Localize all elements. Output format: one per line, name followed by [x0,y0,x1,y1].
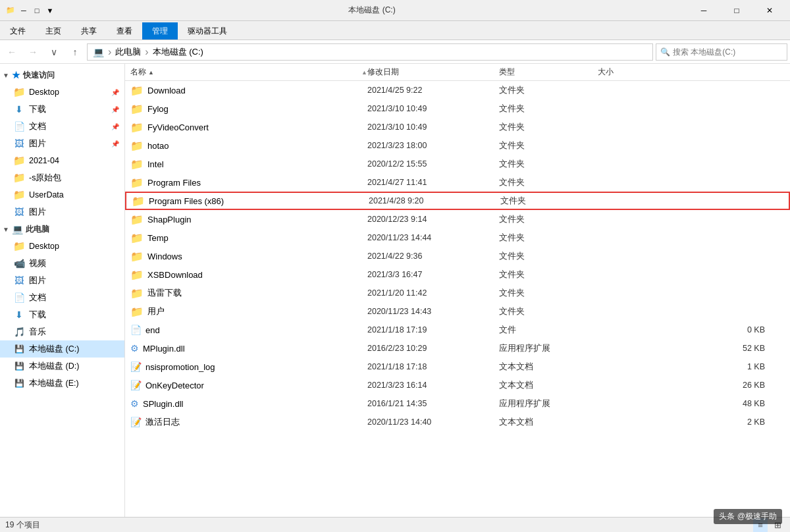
table-row[interactable]: 📁 Download 2021/4/25 9:22 文件夹 [125,81,790,99]
sidebar-item-userdata[interactable]: 📁 UserData [0,186,124,203]
sidebar-item-video[interactable]: 📹 视频 [0,255,124,272]
file-date-cell: 2020/12/23 9:14 [367,215,499,224]
tab-view[interactable]: 查看 [107,22,142,40]
table-row[interactable]: 📝 OnKeyDetector 2021/3/23 16:14 文本文档 26 … [125,376,790,394]
search-input[interactable] [673,47,783,57]
table-row[interactable]: 📝 激活日志 2020/11/23 14:40 文本文档 2 KB [125,413,790,431]
up-button[interactable]: ↑ [66,43,84,61]
file-name-cell: 📁 Program Files (x86) [132,195,369,207]
quick-icon3[interactable]: ▼ [45,5,55,16]
forward-button[interactable]: → [24,43,42,61]
table-row[interactable]: 📁 ShapPlugin 2020/12/23 9:14 文件夹 [125,210,790,228]
table-row[interactable]: 📄 end 2021/1/18 17:19 文件 0 KB [125,321,790,339]
tab-drive-tools[interactable]: 驱动器工具 [178,22,237,40]
txt-icon: 📝 [130,380,142,390]
doc-icon2: 📄 [13,292,25,303]
table-row[interactable]: 📁 Program Files 2021/4/27 11:41 文件夹 [125,173,790,192]
sidebar-item-downloads[interactable]: ⬇ 下载 📌 [0,101,124,118]
sidebar-item-pc-pictures[interactable]: 🖼 图片 [0,272,124,289]
tab-manage[interactable]: 管理 [142,22,178,40]
sidebar-item-pc-desktop[interactable]: 📁 Desktop [0,238,124,255]
watermark: 头条 @极速手助 [714,509,782,524]
table-row-highlighted[interactable]: 📁 Program Files (x86) 2021/4/28 9:20 文件夹 [125,192,790,210]
sidebar-item-desktop[interactable]: 📁 Desktop 📌 [0,84,124,101]
table-row[interactable]: 📁 迅雷下载 2021/1/20 11:42 文件夹 [125,284,790,302]
file-column-headers: 名称 ▲ ▲ 修改日期 类型 大小 [125,64,790,81]
sidebar-item-pc-downloads[interactable]: ⬇ 下载 [0,306,124,323]
folder-icon: 📁 [130,84,144,97]
file-size-cell: 26 KB [598,381,785,390]
file-size-cell: 1 KB [598,362,785,371]
file-type-cell: 文件 [499,325,598,336]
sidebar-item-drive-c[interactable]: 💾 本地磁盘 (C:) [0,340,124,358]
file-type-cell: 文件夹 [499,85,598,96]
file-date-cell: 2021/1/18 17:19 [367,325,499,334]
file-type-cell: 应用程序扩展 [499,343,598,354]
col-header-date[interactable]: 修改日期 [367,66,499,78]
file-type-cell: 文件夹 [499,214,598,225]
address-local-disk[interactable]: 本地磁盘 (C:) [153,46,203,58]
col-header-type[interactable]: 类型 [499,66,598,78]
file-date-cell: 2020/11/23 14:40 [367,417,499,427]
file-name-cell: 📁 Download [130,84,367,97]
ribbon-tabs: 文件 主页 共享 查看 管理 驱动器工具 [0,21,790,40]
address-separator2: › [145,46,148,58]
address-this-pc[interactable]: 此电脑 [115,46,141,58]
tab-share[interactable]: 共享 [71,22,107,40]
maximize-button[interactable]: □ [722,0,752,21]
this-pc-label: 此电脑 [26,224,49,235]
table-row[interactable]: 📁 Windows 2021/4/22 9:36 文件夹 [125,247,790,265]
table-row[interactable]: 📁 用户 2020/11/23 14:43 文件夹 [125,302,790,321]
file-date-cell: 2021/3/10 10:49 [367,104,499,113]
sidebar-item-raw[interactable]: 📁 -s原始包 [0,169,124,186]
search-box[interactable]: 🔍 [656,43,787,61]
address-box[interactable]: 💻 › 此电脑 › 本地磁盘 (C:) [87,43,653,61]
table-row[interactable]: 📁 XSBDownload 2021/3/3 16:47 文件夹 [125,265,790,284]
quick-icon1[interactable]: ─ [18,5,29,16]
folder-icon3: 📁 [13,172,25,184]
table-row[interactable]: 📁 FyVideoConvert 2021/3/10 10:49 文件夹 [125,118,790,136]
table-row[interactable]: 📁 hotao 2021/3/23 18:00 文件夹 [125,136,790,155]
table-row[interactable]: ⚙ MPlugin.dll 2016/2/23 10:29 应用程序扩展 52 … [125,339,790,358]
file-type-cell: 文件夹 [499,269,598,280]
file-name-cell: 📁 用户 [130,306,367,318]
sidebar-item-pc-documents[interactable]: 📄 文档 [0,289,124,306]
table-row[interactable]: 📁 Temp 2020/11/23 14:44 文件夹 [125,228,790,247]
sidebar-item-drive-d[interactable]: 💾 本地磁盘 (D:) [0,358,124,375]
file-type-cell: 文件夹 [499,159,598,170]
tab-home[interactable]: 主页 [36,22,71,40]
download-icon: ⬇ [13,104,25,115]
address-bar-area: ← → ∨ ↑ 💻 › 此电脑 › 本地磁盘 (C:) 🔍 [0,40,790,64]
sidebar-item-drive-e[interactable]: 💾 本地磁盘 (E:) [0,375,124,392]
file-date-cell: 2021/3/10 10:49 [367,122,499,132]
sidebar-quick-access[interactable]: ▼ ★ 快速访问 [0,66,124,84]
col-header-size[interactable]: 大小 [598,66,785,78]
file-name-cell: 📁 Temp [130,232,367,244]
back-button[interactable]: ← [3,43,21,61]
table-row[interactable]: 📁 Fylog 2021/3/10 10:49 文件夹 [125,99,790,118]
file-name-cell: ⚙ MPlugin.dll [130,343,367,354]
quick-icon2[interactable]: □ [32,5,42,16]
close-button[interactable]: ✕ [754,0,785,21]
file-date-cell: 2020/12/2 15:55 [367,159,499,169]
table-row[interactable]: ⚙ SPlugin.dll 2016/1/21 14:35 应用程序扩展 48 … [125,394,790,413]
sidebar-item-2021-04[interactable]: 📁 2021-04 [0,152,124,169]
sidebar-item-documents[interactable]: 📄 文档 📌 [0,118,124,135]
file-size-cell: 0 KB [598,325,785,334]
tab-file[interactable]: 文件 [0,22,36,40]
file-date-cell: 2021/1/18 17:18 [367,362,499,371]
file-size-cell: 48 KB [598,399,785,408]
table-row[interactable]: 📝 nsispromotion_log 2021/1/18 17:18 文本文档… [125,358,790,376]
sidebar-item-pictures[interactable]: 🖼 图片 📌 [0,135,124,152]
sidebar-item-images[interactable]: 🖼 图片 [0,203,124,221]
music-icon: 🎵 [13,327,25,337]
file-size-cell: 52 KB [598,344,785,353]
minimize-button[interactable]: ─ [689,0,719,21]
sidebar-item-music[interactable]: 🎵 音乐 [0,323,124,340]
folder-icon-pc-desktop: 📁 [13,240,25,252]
table-row[interactable]: 📁 Intel 2020/12/2 15:55 文件夹 [125,155,790,173]
sidebar-this-pc[interactable]: ▼ 💻 此电脑 [0,221,124,238]
col-header-name[interactable]: 名称 ▲ ▲ [130,66,367,78]
picture-icon: 🖼 [13,138,25,149]
dropdown-button[interactable]: ∨ [45,43,63,61]
